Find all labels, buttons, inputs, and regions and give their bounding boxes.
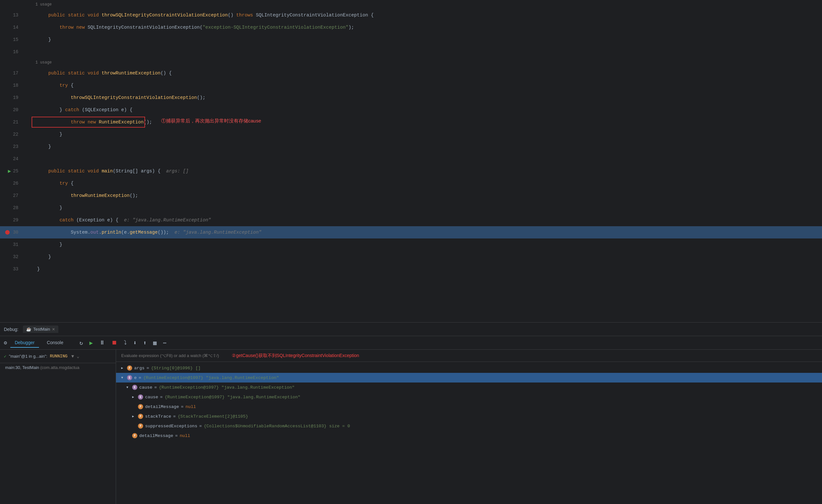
debug-left-panel: ✓ "main"@1 in g...ain": RUNNING ▼ ⌄ main… [0,350,116,504]
code-line-32: 32 } [0,251,822,263]
var-val-suppressedExceptions: {Collections$UnmodifiableRandomAccessLis… [204,424,350,429]
var-row-suppressedExceptions: F suppressedExceptions = {Collections$Un… [116,421,822,431]
run-arrow-25[interactable]: ▶ [8,168,11,174]
pause-btn[interactable]: ⏸ [97,338,107,347]
code-line-25: ▶ 25 public static void main(String[] ar… [0,165,822,177]
line-num-23: 23 [0,144,24,149]
thread-name: "main"@1 in g...ain": [9,354,47,359]
var-val-detailMessage-1: null [185,404,196,409]
debug-tab-bar: Debug: ☕ TestMain ✕ [0,323,822,336]
thread-section: ✓ "main"@1 in g...ain": RUNNING ▼ ⌄ [0,350,116,363]
var-icon-stackTrace: F [138,414,143,419]
code-content-22: } [34,128,822,140]
var-name-stackTrace: stackTrace [145,414,171,419]
line-num-14: 14 [0,25,24,30]
code-content-30: System.out.println(e.getMessage()); e: "… [34,226,822,238]
line-num-24: 24 [0,156,24,161]
var-icon-args: F [127,366,132,371]
debug-tab-testmain[interactable]: ☕ TestMain ✕ [23,326,58,333]
line-num-26: 26 [0,181,24,186]
code-line-27: 27 throwRuntimeException(); [0,189,822,202]
var-row-cause-2: ▶ E cause = {RuntimeException@1097} "jav… [116,392,822,402]
debug-body: ✓ "main"@1 in g...ain": RUNNING ▼ ⌄ main… [0,350,822,504]
var-row-args: ▶ F args = {String[0]@1096} [] [116,363,822,373]
line-num-31: 31 [0,242,24,247]
filter-icon[interactable]: ▼ [71,354,74,359]
line-num-16: 16 [0,49,24,54]
var-name-detailMessage-2: detailMessage [139,433,173,438]
line-num-33: 33 [0,267,24,272]
var-val-cause-2: {RuntimeException@1097} "java.lang.Runti… [165,395,301,400]
var-icon-cause-2: E [138,395,143,400]
code-content-13: public static void throwSQLIntegrityCons… [34,9,822,21]
code-line-24: 24 [0,153,822,165]
var-row-detailMessage-1: F detailMessage = null [116,402,822,412]
tab-debugger[interactable]: Debugger [10,338,39,348]
debug-panel: Debug: ☕ TestMain ✕ ⚙ Debugger Console ↻… [0,322,822,504]
resume-btn[interactable]: ▶ [87,338,95,348]
code-content-28: } [34,202,822,214]
settings-btn[interactable]: ⋯ [161,338,168,348]
var-icon-e: E [127,375,132,380]
step-out-btn[interactable]: ⬆ [141,338,148,348]
tab-console-label: Console [47,340,63,345]
tab-file-icon: ☕ [26,327,31,332]
code-line-18: 18 try { [0,79,822,91]
stop-btn[interactable]: ⏹ [110,338,119,347]
breakpoint-30[interactable] [5,230,10,234]
code-content-26: try { [34,177,822,189]
var-val-detailMessage-2: null [179,433,190,438]
step-over-btn[interactable]: ⤵ [122,338,129,347]
debug-label: Debug: [4,327,18,332]
code-content-29: catch (Exception e) { e: "java.lang.Runt… [34,214,822,226]
frame-main-text: main:30, TestMain (com.atta.msgdactua [5,365,79,370]
var-name-suppressedExceptions: suppressedExceptions [145,424,197,429]
var-row-detailMessage-2: F detailMessage = null [116,431,822,441]
code-line-20: 20 } catch (SQLException e) { [0,104,822,116]
code-content-15: } [34,33,822,46]
debug-toolbar: ⚙ Debugger Console ↻ ▶ ⏸ ⏹ ⤵ ⬇ ⬆ ▦ ⋯ [0,336,822,350]
code-line-14: 14 throw new SQLIntegrityConstraintViola… [0,21,822,33]
tab-file-name: TestMain [33,327,50,332]
var-name-args: args [134,366,144,371]
var-icon-cause-1: E [132,385,137,390]
var-row-e[interactable]: ▼ E e = {RuntimeException@1097} "java.la… [116,373,822,383]
var-row-stackTrace: ▶ F stackTrace = {StackTraceElement[2]@1… [116,412,822,421]
code-line-30: 30 System.out.println(e.getMessage()); e… [0,226,822,238]
code-content-17: public static void throwRuntimeException… [34,67,822,79]
code-line-16: 16 [0,46,822,58]
line-num-22: 22 [0,132,24,137]
var-val-args: {String[0]@1096} [] [151,366,201,371]
code-line-15: 15 } [0,33,822,46]
eval-panel: Evaluate expression (⌥F8) or add a watch… [116,350,822,504]
step-into-btn[interactable]: ⬇ [131,338,138,348]
line-num-18: 18 [0,83,24,88]
usage-hint-2: 1 usage [0,58,822,67]
code-content-31: } [34,238,822,251]
line-num-25: ▶ 25 [0,168,24,174]
code-content-18: try { [34,79,822,91]
code-line-31: 31 } [0,238,822,251]
code-content-21: throw new RuntimeException(); [34,116,822,128]
tab-close-btn[interactable]: ✕ [52,327,55,332]
tab-debugger-label: Debugger [15,340,35,345]
main-container: 1 usage 13 public static void throwSQLIn… [0,0,822,504]
line-num-19: 19 [0,95,24,100]
code-content-25: public static void main(String[] args) {… [34,165,822,177]
code-line-17: 17 public static void throwRuntimeExcept… [0,67,822,79]
var-icon-suppressedExceptions: F [138,423,143,429]
code-line-13: 13 public static void throwSQLIntegrityC… [0,9,822,21]
filter-dropdown-icon[interactable]: ⌄ [77,354,79,359]
frame-row[interactable]: main:30, TestMain (com.atta.msgdactua [0,363,116,372]
rerun-btn[interactable]: ↻ [78,338,85,348]
debug-settings-icon[interactable]: ⚙ [4,340,7,346]
tab-console[interactable]: Console [42,338,68,348]
code-content-33: } [34,263,822,275]
line-num-13: 13 [0,13,24,18]
code-line-26: 26 try { [0,177,822,189]
frames-btn[interactable]: ▦ [151,338,158,348]
variables-panel: ▶ F args = {String[0]@1096} [] ▼ E e = {… [116,362,822,504]
editor-area: 1 usage 13 public static void throwSQLIn… [0,0,822,322]
code-content-27: throwRuntimeException(); [34,189,822,202]
thread-status: RUNNING [50,354,68,359]
